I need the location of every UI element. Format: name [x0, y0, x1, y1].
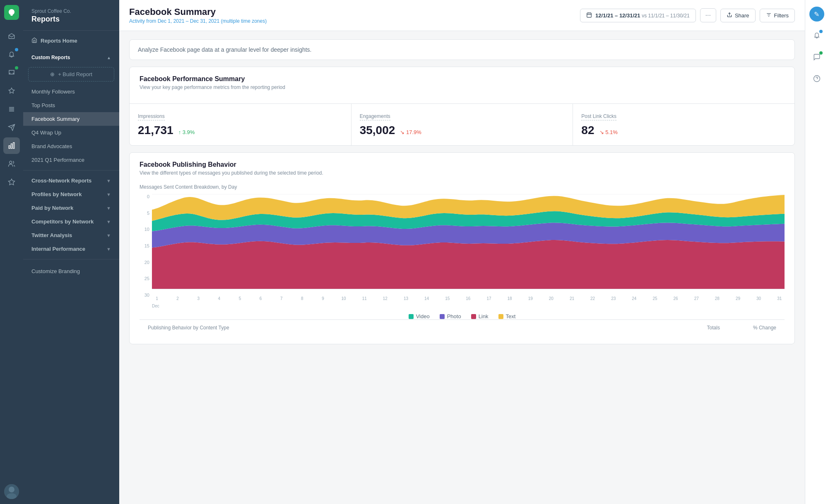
more-options-button[interactable]: ···: [700, 8, 716, 22]
x-25: 25: [650, 296, 660, 301]
nav-star[interactable]: [3, 174, 20, 190]
x-1: 1: [152, 296, 162, 301]
dots-icon: ···: [705, 12, 711, 19]
svg-point-15: [814, 76, 820, 82]
sidebar-item-q1-performance[interactable]: 2021 Q1 Performance: [23, 153, 119, 167]
sidebar-customize-branding[interactable]: Customize Branding: [23, 264, 119, 278]
metric-engagements: Engagements 35,002 ↘ 17.9%: [351, 104, 573, 145]
nav-people[interactable]: [3, 156, 20, 172]
legend-text: Text: [498, 313, 516, 319]
x-7: 7: [277, 296, 286, 301]
competitors-label: Competitors by Network: [31, 218, 94, 225]
messages-badge: [15, 66, 18, 70]
sidebar-cross-network[interactable]: Cross-Network Reports ▼: [23, 174, 119, 187]
build-report-label: + Build Report: [58, 71, 92, 77]
x-23: 23: [609, 296, 619, 301]
x-19: 19: [525, 296, 535, 301]
x-24: 24: [629, 296, 639, 301]
calendar-icon: [586, 12, 592, 19]
link-label: Link: [479, 313, 489, 319]
chart-label: Messages Sent Content Breakdown, by Day: [140, 184, 785, 190]
profiles-chevron: ▼: [106, 192, 111, 197]
nav-messages[interactable]: [3, 65, 20, 81]
sidebar-paid-by-network[interactable]: Paid by Network ▼: [23, 201, 119, 215]
activity-text: Activity from Dec 1, 2021 – Dec 31, 2021: [129, 18, 219, 24]
x-27: 27: [691, 296, 701, 301]
impressions-value: 21,731: [138, 124, 173, 137]
share-label: Share: [735, 12, 749, 19]
intro-text: Analyze Facebook page data at a granular…: [138, 46, 786, 53]
nav-inbox[interactable]: [3, 28, 20, 45]
impressions-change: ↑ 3.9%: [178, 129, 195, 135]
header-controls: 12/1/21 – 12/31/21 vs 11/1/21 – 11/30/21…: [580, 8, 795, 22]
nav-publish[interactable]: [3, 119, 20, 136]
right-notifications[interactable]: [809, 28, 824, 43]
sidebar-item-facebook-summary[interactable]: Facebook Summary: [23, 112, 119, 126]
build-report-button[interactable]: ⊕ + Build Report: [28, 67, 114, 82]
table-col1: Publishing Behavior by Content Type: [148, 325, 229, 331]
notification-badge: [15, 48, 18, 51]
edit-icon: ✎: [814, 10, 819, 18]
x-11: 11: [359, 296, 369, 301]
sidebar-reports-home[interactable]: Reports Home: [23, 31, 119, 48]
q4-wrap-up-label: Q4 Wrap Up: [31, 130, 61, 136]
logo[interactable]: [4, 5, 19, 20]
x-26: 26: [671, 296, 681, 301]
svg-rect-7: [587, 13, 592, 17]
section-title: Reports: [31, 15, 111, 24]
metric-impressions: Impressions 21,731 ↑ 3.9%: [130, 104, 351, 145]
custom-reports-section[interactable]: Custom Reports ▲: [23, 48, 119, 64]
nav-list[interactable]: [3, 101, 20, 118]
current-range: 12/1/21 – 12/31/21: [595, 12, 640, 19]
edit-button[interactable]: ✎: [809, 7, 824, 22]
sidebar-twitter-analysis[interactable]: Twitter Analysis ▼: [23, 228, 119, 242]
y-label-15: 15: [140, 243, 152, 248]
metrics-row: Impressions 21,731 ↑ 3.9% Engagements 35…: [130, 103, 794, 145]
x-14: 14: [422, 296, 432, 301]
custom-reports-chevron: ▲: [107, 55, 111, 60]
sidebar-item-monthly-followers[interactable]: Monthly Followers: [23, 85, 119, 98]
svg-point-3: [10, 161, 12, 163]
main-content: Analyze Facebook page data at a granular…: [119, 31, 805, 504]
internal-chevron: ▼: [106, 247, 111, 252]
nav-pin[interactable]: [3, 83, 20, 99]
x-15: 15: [443, 296, 453, 301]
timezone-suffix: time zones): [240, 18, 267, 24]
sidebar-item-top-posts[interactable]: Top Posts: [23, 98, 119, 112]
legend-photo: Photo: [440, 313, 461, 319]
right-chat-badge: [819, 51, 823, 55]
photo-label: Photo: [447, 313, 461, 319]
sidebar-item-q4-wrap-up[interactable]: Q4 Wrap Up: [23, 126, 119, 139]
filters-button[interactable]: Filters: [760, 9, 795, 22]
twitter-label: Twitter Analysis: [31, 232, 72, 238]
user-avatar[interactable]: [4, 484, 19, 499]
sidebar-item-brand-advocates[interactable]: Brand Advocates: [23, 139, 119, 153]
right-chat[interactable]: [809, 50, 824, 65]
x-4: 4: [214, 296, 224, 301]
right-help[interactable]: [809, 71, 824, 86]
custom-reports-label: Custom Reports: [31, 55, 70, 60]
filters-icon: [766, 12, 772, 19]
chart-container: 30 25 20 15 10 5 0: [140, 194, 785, 310]
sidebar: Sprout Coffee Co. Reports Reports Home C…: [23, 0, 119, 504]
x-6: 6: [256, 296, 266, 301]
nav-notifications[interactable]: [3, 46, 20, 63]
svg-rect-0: [9, 146, 10, 149]
share-button[interactable]: Share: [720, 9, 756, 22]
right-rail: ✎: [805, 0, 828, 504]
y-label-5: 5: [140, 211, 152, 216]
sidebar-divider-1: [23, 170, 119, 170]
x-22: 22: [588, 296, 598, 301]
link-dot: [471, 314, 476, 319]
metric-post-link-clicks: Post Link Clicks 82 ↘ 5.1%: [573, 104, 794, 145]
sidebar-internal-performance[interactable]: Internal Performance ▼: [23, 242, 119, 256]
x-2: 2: [173, 296, 183, 301]
date-range-button[interactable]: 12/1/21 – 12/31/21 vs 11/1/21 – 11/30/21: [580, 9, 696, 22]
performance-header: Facebook Performance Summary View your k…: [130, 67, 794, 97]
sidebar-profiles-by-network[interactable]: Profiles by Network ▼: [23, 187, 119, 201]
profiles-label: Profiles by Network: [31, 191, 82, 197]
nav-reports[interactable]: [3, 137, 20, 154]
sidebar-competitors-by-network[interactable]: Competitors by Network ▼: [23, 215, 119, 228]
engagements-change: ↘ 17.9%: [400, 129, 421, 135]
timezone-link[interactable]: multiple: [222, 18, 239, 24]
